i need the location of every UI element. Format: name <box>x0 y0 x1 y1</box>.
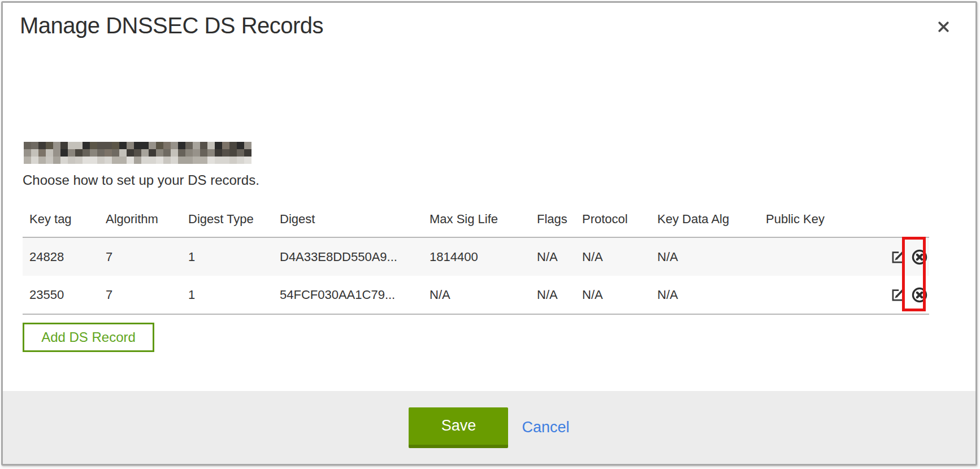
edit-icon <box>890 287 905 302</box>
close-button[interactable] <box>933 16 953 37</box>
cell-max-sig-life: 1814400 <box>423 237 530 276</box>
cell-algorithm: 7 <box>99 237 181 276</box>
close-icon <box>936 20 951 34</box>
cell-protocol: N/A <box>575 237 651 276</box>
cell-key-data-alg: N/A <box>651 237 759 276</box>
cell-key-tag: 23550 <box>23 276 99 314</box>
col-header-key-tag: Key tag <box>23 202 99 237</box>
edit-record-button[interactable] <box>890 249 905 264</box>
manage-dnssec-ds-records-dialog: Manage DNSSEC DS Records Choose how to s… <box>1 1 977 466</box>
table-header-row: Key tag Algorithm Digest Type Digest Max… <box>23 202 929 237</box>
ds-record-row: 24828 7 1 D4A33E8DD550A9... 1814400 N/A … <box>23 237 929 276</box>
cell-flags: N/A <box>530 276 575 314</box>
delete-circle-x-icon <box>911 286 928 303</box>
col-header-actions <box>878 202 929 237</box>
cell-digest-type: 1 <box>181 276 273 314</box>
col-header-algorithm: Algorithm <box>99 202 181 237</box>
cell-digest: D4A33E8DD550A9... <box>273 237 423 276</box>
col-header-public-key: Public Key <box>759 202 878 237</box>
cell-max-sig-life: N/A <box>423 276 530 314</box>
edit-record-button[interactable] <box>890 287 905 302</box>
edit-icon <box>890 249 905 264</box>
cell-digest-type: 1 <box>181 237 273 276</box>
cell-flags: N/A <box>530 237 575 276</box>
col-header-digest-type: Digest Type <box>181 202 273 237</box>
col-header-protocol: Protocol <box>575 202 651 237</box>
save-button[interactable]: Save <box>409 407 508 448</box>
col-header-max-sig-life: Max Sig Life <box>423 202 530 237</box>
add-ds-record-button[interactable]: Add DS Record <box>23 323 154 352</box>
col-header-key-data-alg: Key Data Alg <box>651 202 759 237</box>
col-header-flags: Flags <box>530 202 575 237</box>
cell-algorithm: 7 <box>99 276 181 314</box>
cell-digest: 54FCF030AA1C79... <box>273 276 423 314</box>
cell-public-key <box>759 237 878 276</box>
ds-record-row: 23550 7 1 54FCF030AA1C79... N/A N/A N/A … <box>23 276 929 314</box>
delete-record-button[interactable] <box>911 286 928 303</box>
setup-instruction-text: Choose how to set up your DS records. <box>23 172 259 188</box>
cell-actions <box>878 276 929 314</box>
dialog-title: Manage DNSSEC DS Records <box>20 13 323 38</box>
cell-public-key <box>759 276 878 314</box>
cancel-link[interactable]: Cancel <box>522 419 569 436</box>
cell-key-tag: 24828 <box>23 237 99 276</box>
col-header-digest: Digest <box>273 202 423 237</box>
delete-circle-x-icon <box>911 249 928 266</box>
redacted-domain-name <box>24 142 251 164</box>
delete-record-button[interactable] <box>911 249 928 266</box>
ds-records-table: Key tag Algorithm Digest Type Digest Max… <box>23 202 929 315</box>
cell-key-data-alg: N/A <box>651 276 759 314</box>
cell-actions <box>878 237 929 276</box>
dialog-footer: Save Cancel <box>3 391 975 464</box>
cell-protocol: N/A <box>575 276 651 314</box>
